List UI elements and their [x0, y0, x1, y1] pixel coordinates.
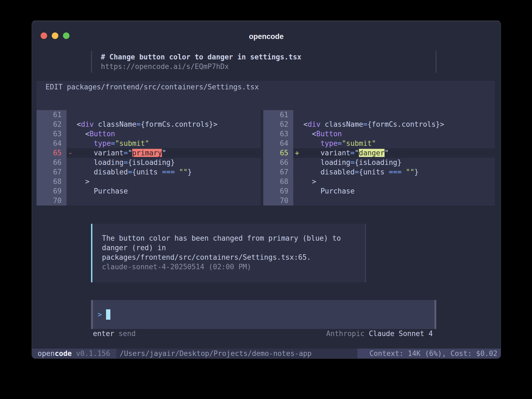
code-line	[66, 110, 261, 120]
code-token: type	[321, 139, 338, 147]
code-token: "submit"	[342, 139, 376, 147]
diff-row: 64 type="submit"	[37, 139, 261, 148]
code-token: ""	[179, 168, 188, 176]
diff-row: 68 >	[263, 177, 495, 186]
code-token: "submit"	[115, 139, 149, 147]
code-token: =	[128, 168, 132, 176]
line-number: 67	[37, 167, 66, 177]
message-line: danger (red) in	[102, 243, 365, 253]
code-token: loading	[68, 158, 124, 167]
code-token: <	[68, 120, 81, 128]
code-line: loading={isLoading}	[66, 158, 261, 167]
code-token: =	[350, 149, 355, 157]
line-number: 61	[37, 110, 66, 120]
code-token	[68, 139, 94, 147]
code-line	[293, 196, 495, 205]
code-token: ===	[389, 168, 401, 176]
diff-row: 63 <Button	[37, 129, 261, 139]
send-hint-key: enter	[93, 330, 114, 338]
status-app-segment: opencode v0.1.156	[32, 349, 116, 358]
code-token: }	[188, 168, 192, 176]
code-line: + variant="danger"	[293, 148, 495, 158]
diff-row: 66 loading={isLoading}	[263, 158, 495, 167]
code-line: Purchase	[66, 186, 261, 196]
code-line: - variant="primary"	[66, 148, 261, 158]
app-version: v0.1.156	[72, 349, 110, 358]
edit-tool-block: EDIT packages/frontend/src/containers/Se…	[37, 81, 495, 205]
prompt-input-field[interactable]: >	[93, 300, 434, 329]
text-cursor	[106, 309, 110, 320]
code-token: ""	[406, 168, 414, 176]
input-left-border	[91, 300, 93, 329]
code-token: "	[128, 149, 132, 157]
app-name: open	[38, 349, 55, 358]
code-token	[401, 168, 406, 176]
code-token: "	[162, 149, 166, 157]
code-token: =	[350, 158, 355, 167]
model-provider: Anthropic	[326, 330, 369, 338]
code-token: <	[295, 120, 308, 128]
window-titlebar[interactable]: opencode	[32, 21, 501, 43]
send-hint: enter send	[93, 329, 136, 338]
code-line: <Button	[293, 129, 495, 139]
diff-row: 62 <div className={formCs.controls}>	[37, 120, 261, 129]
diff-row: 65- variant="primary"	[37, 148, 261, 158]
code-token: "	[385, 149, 389, 157]
diff-row: 69 Purchase	[263, 186, 495, 196]
code-token: Button	[316, 130, 342, 138]
code-token: =	[124, 158, 128, 167]
code-token	[295, 139, 321, 147]
diff-row: 63 <Button	[263, 129, 495, 139]
code-token: ===	[162, 168, 175, 176]
code-token: {units	[132, 168, 162, 176]
diff-row: 68 >	[37, 177, 261, 186]
code-token: {isLoading}	[128, 158, 175, 167]
line-number: 69	[263, 186, 293, 196]
code-line: <div className={formCs.controls}>	[66, 120, 261, 129]
code-token: disabled	[295, 168, 355, 176]
code-token: Purchase	[68, 187, 128, 195]
code-token: variant	[299, 149, 350, 157]
diff-panel-left: 6162 <div className={formCs.controls}>63…	[37, 110, 261, 205]
code-token: disabled	[68, 168, 128, 176]
line-number: 65	[263, 148, 293, 158]
diff-row: 62 <div className={formCs.controls}>	[263, 120, 495, 129]
message-line: packages/frontend/src/containers/Setting…	[102, 253, 365, 262]
line-number: 70	[37, 196, 66, 205]
code-token: =	[111, 139, 115, 147]
code-token: <	[68, 130, 89, 138]
code-token: +	[295, 149, 299, 157]
code-token: div	[308, 120, 321, 128]
diff-row: 61	[263, 110, 495, 120]
line-number: 62	[263, 120, 293, 129]
code-line: loading={isLoading}	[293, 158, 495, 167]
code-token: Button	[89, 130, 115, 138]
message-line: The button color has been changed from p…	[102, 234, 365, 243]
share-url[interactable]: https://opencode.ai/s/EQmP7hDx	[101, 62, 301, 71]
code-token: div	[81, 120, 94, 128]
code-line: type="submit"	[293, 139, 495, 148]
prompt-input-box[interactable]: >	[91, 300, 436, 329]
diff-panel-right: 6162 <div className={formCs.controls}>63…	[263, 110, 495, 205]
assistant-message-lines: The button color has been changed from p…	[102, 234, 365, 262]
code-token: primary	[132, 149, 162, 157]
diff-row: 66 loading={isLoading}	[37, 158, 261, 167]
code-token: =	[363, 120, 367, 128]
diff-panel-divider	[261, 110, 263, 205]
code-line: <Button	[66, 129, 261, 139]
line-number: 64	[263, 139, 293, 148]
code-token: -	[68, 149, 72, 157]
code-token: =	[136, 120, 141, 128]
code-token: "	[355, 149, 359, 157]
line-number: 70	[263, 196, 293, 205]
code-token: >	[68, 177, 89, 186]
working-directory: /Users/jayair/Desktop/Projects/demo-note…	[120, 349, 312, 358]
diff-row: 64 type="submit"	[263, 139, 495, 148]
code-token: className	[321, 120, 363, 128]
input-right-border	[434, 300, 436, 329]
opencode-terminal-window: opencode # Change button color to danger…	[32, 21, 501, 359]
line-number: 69	[37, 186, 66, 196]
line-number: 65	[37, 148, 66, 158]
code-token: >	[295, 177, 316, 186]
code-token: {isLoading}	[355, 158, 401, 167]
